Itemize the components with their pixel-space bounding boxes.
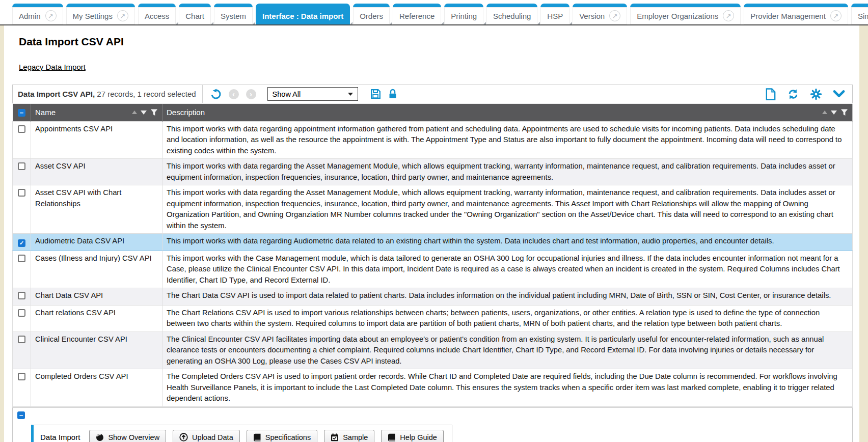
tab-label: Reference: [399, 12, 435, 20]
tab-employer-organizations[interactable]: Employer Organizations↗: [630, 4, 741, 24]
row-name-cell[interactable]: Asset CSV API with Chart Relationships: [31, 185, 162, 234]
legacy-data-import-link[interactable]: Legacy Data Import: [19, 63, 86, 71]
row-name-cell[interactable]: Cases (Illness and Injury) CSV API: [31, 251, 162, 288]
show-overview-button[interactable]: Show Overview: [89, 430, 166, 442]
tab-my-settings[interactable]: My Settings↗: [66, 4, 135, 24]
tab-label: Provider Management: [750, 12, 826, 20]
row-name-cell[interactable]: Chart relations CSV API: [31, 305, 162, 332]
record-summary-counts: 27 records, 1 record selected: [95, 90, 196, 98]
new-record-icon[interactable]: [766, 88, 776, 100]
sort-descending-icon[interactable]: [141, 110, 147, 115]
row-checkbox[interactable]: [18, 125, 25, 133]
row-checkbox-cell: ✓: [13, 234, 31, 251]
tab-provider-management[interactable]: Provider Management↗: [744, 4, 848, 24]
sample-button[interactable]: Sample: [324, 430, 374, 442]
tab-orders[interactable]: Orders: [353, 4, 390, 24]
tab-access[interactable]: Access: [138, 4, 176, 24]
help-guide-button[interactable]: Help Guide: [381, 430, 444, 442]
sort-descending-icon[interactable]: [831, 110, 837, 115]
tab-system[interactable]: System: [214, 4, 253, 24]
row-name-cell[interactable]: Clinical Encounter CSV API: [31, 332, 162, 369]
upload-data-button[interactable]: Upload Data: [173, 430, 240, 442]
row-name-cell[interactable]: Asset CSV API: [31, 159, 162, 185]
row-name-cell[interactable]: Appointments CSV API: [31, 121, 162, 159]
tab-admin[interactable]: Admin↗: [12, 4, 63, 24]
row-checkbox[interactable]: [18, 255, 25, 262]
settings-gear-icon[interactable]: [810, 89, 822, 100]
row-checkbox-cell: [13, 159, 31, 185]
refresh-icon[interactable]: [787, 89, 799, 100]
undo-icon[interactable]: [210, 89, 222, 100]
table-body: Appointments CSV APIThis import works wi…: [13, 121, 853, 406]
row-checkbox-checked[interactable]: ✓: [18, 239, 25, 247]
sort-ascending-icon[interactable]: [132, 110, 137, 114]
collapse-minus-icon[interactable]: −: [17, 411, 25, 419]
tab-label: Employer Organizations: [637, 12, 718, 20]
tab-printing[interactable]: Printing: [444, 4, 483, 24]
open-in-new-window-icon[interactable]: ↗: [609, 10, 620, 21]
table-row-chart-relations-csv-api[interactable]: Chart relations CSV APIThe Chart Relatio…: [13, 305, 853, 332]
open-in-new-window-icon[interactable]: ↗: [830, 10, 842, 21]
row-checkbox[interactable]: [18, 373, 25, 380]
top-tab-bar: Admin↗My Settings↗AccessChartSystemInter…: [0, 0, 868, 25]
record-summary-title: Data Import CSV API,: [18, 90, 95, 98]
row-description-cell: This import works with data regarding Au…: [162, 234, 853, 251]
row-checkbox[interactable]: [18, 292, 25, 299]
application-window: { "colors": { "accent_blue": "#1798d6", …: [0, 0, 868, 442]
row-description-cell: This import works with data regarding th…: [162, 159, 853, 185]
tab-scheduling[interactable]: Scheduling: [486, 4, 537, 24]
row-name-cell[interactable]: Completed Orders CSV API: [31, 369, 162, 407]
filter-funnel-icon[interactable]: [840, 108, 848, 116]
tab-similar-exposure-groups-se[interactable]: Similar Exposure Groups (SE: [851, 4, 868, 24]
sort-ascending-icon[interactable]: [822, 110, 827, 114]
row-checkbox-cell: [13, 121, 31, 159]
open-in-new-window-icon[interactable]: ↗: [723, 10, 734, 21]
row-name-cell[interactable]: Audiometric Data CSV API: [31, 234, 162, 251]
save-icon[interactable]: [370, 89, 381, 99]
tab-label: Access: [145, 12, 169, 20]
button-label: Specifications: [265, 433, 311, 441]
description-column-header[interactable]: Description: [162, 104, 853, 121]
button-label: Upload Data: [192, 433, 233, 441]
grid-toolbar: Data Import CSV API, 27 records, 1 recor…: [12, 85, 853, 103]
table-row-audiometric-data-csv-api[interactable]: ✓Audiometric Data CSV APIThis import wor…: [13, 234, 853, 251]
tab-interface-data-import[interactable]: Interface : Data import: [256, 4, 350, 24]
row-checkbox[interactable]: [18, 309, 25, 317]
open-in-new-window-icon[interactable]: ↗: [45, 10, 57, 21]
filter-select[interactable]: Show All: [267, 87, 358, 101]
tab-chart[interactable]: Chart: [179, 4, 211, 24]
table-row-asset-csv-api-with-chart-relationships[interactable]: Asset CSV API with Chart RelationshipsTh…: [13, 185, 853, 234]
collapse-toolbar-chevron-icon[interactable]: [833, 90, 845, 98]
button-label: Show Overview: [108, 433, 159, 441]
open-in-new-window-icon[interactable]: ↗: [117, 10, 128, 21]
specifications-button[interactable]: Specifications: [247, 430, 317, 442]
table-row-cases-illness-and-injury-csv-api[interactable]: Cases (Illness and Injury) CSV APIThis i…: [13, 251, 853, 288]
description-column-label: Description: [167, 108, 822, 117]
tab-version[interactable]: Version↗: [573, 4, 627, 24]
table-row-asset-csv-api[interactable]: Asset CSV APIThis import works with data…: [13, 159, 853, 185]
select-all-checkbox[interactable]: −: [18, 109, 25, 117]
row-name-cell[interactable]: Chart Data CSV API: [31, 288, 162, 306]
row-checkbox[interactable]: [18, 162, 25, 170]
row-checkbox[interactable]: [18, 189, 25, 197]
button-label: Sample: [343, 433, 368, 441]
previous-page-icon[interactable]: ‹: [229, 89, 239, 99]
name-column-header[interactable]: Name: [31, 104, 162, 121]
table-row-chart-data-csv-api[interactable]: Chart Data CSV APIThe Chart Data CSV API…: [13, 288, 853, 306]
row-checkbox[interactable]: [18, 336, 25, 343]
table-row-clinical-encounter-csv-api[interactable]: Clinical Encounter CSV APIThe Clinical E…: [13, 332, 853, 369]
toolbar-divider: [202, 85, 203, 103]
lock-icon[interactable]: [388, 89, 397, 99]
table-row-appointments-csv-api[interactable]: Appointments CSV APIThis import works wi…: [13, 121, 853, 159]
tab-label: Chart: [185, 12, 204, 20]
record-summary: Data Import CSV API, 27 records, 1 recor…: [13, 90, 196, 98]
row-description-cell: This import works with the Case Manageme…: [162, 251, 853, 288]
filter-funnel-icon[interactable]: [150, 108, 158, 116]
calendar-check-icon: [331, 433, 339, 441]
tab-reference[interactable]: Reference: [393, 4, 441, 24]
table-row-completed-orders-csv-api[interactable]: Completed Orders CSV APIThe Completed Or…: [13, 369, 853, 407]
tab-hsp[interactable]: HSP: [540, 4, 569, 24]
submenu-fold-indicator: [252, 22, 255, 25]
next-page-icon[interactable]: ›: [246, 89, 256, 99]
tab-label: Similar Exposure Groups (SE: [858, 12, 868, 20]
